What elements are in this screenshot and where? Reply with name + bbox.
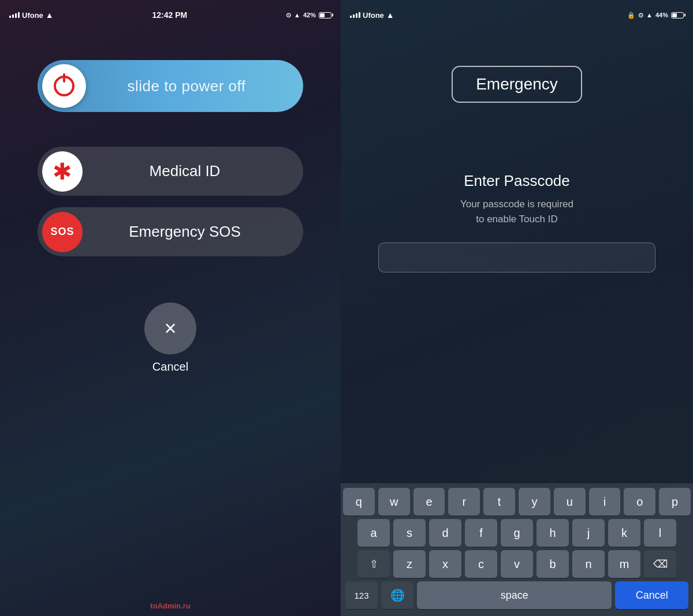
key-j[interactable]: j <box>572 519 605 547</box>
sos-text: SOS <box>50 226 74 238</box>
cancel-keyboard-button[interactable]: Cancel <box>615 581 688 609</box>
status-bar-right: Ufone ▲ 🔒 ⊙ ▲ 44% <box>341 0 693 25</box>
screen-record-icon: ⊙ <box>638 12 643 19</box>
location-icon: ▲ <box>294 12 300 18</box>
key-y[interactable]: y <box>519 488 550 516</box>
passcode-input-field[interactable] <box>378 242 655 272</box>
slider-text: slide to power off <box>86 77 299 95</box>
signal-bar-4 <box>18 12 20 18</box>
key-z[interactable]: z <box>393 550 426 578</box>
time-display: 12:42 PM <box>152 10 188 20</box>
right-panel: Ufone ▲ 🔒 ⊙ ▲ 44% Emergency Enter Passco… <box>341 0 693 616</box>
signal-bar-3 <box>356 13 357 18</box>
right-carrier-name: Ufone <box>363 11 384 20</box>
keyboard: q w e r t y u i o p a s d f g h j k l ⇧ … <box>341 483 693 616</box>
key-o[interactable]: o <box>624 488 655 516</box>
power-icon <box>54 76 74 96</box>
cancel-container: × Cancel <box>144 303 196 374</box>
screen-record-icon: ⊙ <box>286 12 291 19</box>
status-bar-left: Ufone ▲ 12:42 PM ⊙ ▲ 42% <box>0 0 341 25</box>
battery-icon <box>319 12 331 18</box>
passcode-subtitle: Your passcode is requiredto enable Touch… <box>460 197 573 226</box>
emergency-sos-button[interactable]: SOS Emergency SOS <box>38 207 303 256</box>
cancel-button[interactable]: × <box>144 303 196 354</box>
signal-bar-4 <box>359 12 360 18</box>
close-icon: × <box>164 318 176 339</box>
key-g[interactable]: g <box>501 519 533 547</box>
key-a[interactable]: a <box>357 519 390 547</box>
numbers-key[interactable]: 123 <box>345 581 378 609</box>
keyboard-row-1: q w e r t y u i o p <box>343 488 691 516</box>
space-key[interactable]: space <box>417 581 612 609</box>
shift-key[interactable]: ⇧ <box>357 550 390 578</box>
battery-fill <box>320 13 325 17</box>
right-carrier-group: Ufone ▲ <box>350 10 394 20</box>
power-off-slider[interactable]: slide to power off <box>38 60 303 112</box>
signal-bar-3 <box>15 13 17 18</box>
keyboard-row-2: a s d f g h j k l <box>343 519 691 547</box>
carrier-name: Ufone <box>22 11 43 20</box>
sos-circle: SOS <box>42 212 83 252</box>
right-battery-percent: 44% <box>655 12 668 18</box>
globe-key[interactable]: 🌐 <box>381 581 413 609</box>
key-t[interactable]: t <box>483 488 515 516</box>
key-b[interactable]: b <box>536 550 569 578</box>
keyboard-row-4: 123 🌐 space Cancel <box>343 581 691 609</box>
lock-icon: 🔒 <box>627 12 635 19</box>
key-q[interactable]: q <box>343 488 375 516</box>
power-button[interactable] <box>42 64 86 108</box>
medical-asterisk-icon: ✱ <box>53 160 72 183</box>
right-status-icons: 🔒 ⊙ ▲ 44% <box>627 12 684 19</box>
right-status-group: ⊙ ▲ 42% <box>286 12 331 19</box>
signal-icon <box>9 12 20 18</box>
key-l[interactable]: l <box>644 519 676 547</box>
battery-percent: 42% <box>303 12 316 18</box>
key-h[interactable]: h <box>536 519 569 547</box>
keyboard-row-3: ⇧ z x c v b n m ⌫ <box>343 550 691 578</box>
key-i[interactable]: i <box>589 488 621 516</box>
emergency-button[interactable]: Emergency <box>452 66 582 103</box>
right-battery-icon <box>671 12 684 18</box>
watermark: toAdmin.ru <box>150 602 190 610</box>
key-k[interactable]: k <box>608 519 640 547</box>
wifi-icon: ▲ <box>46 10 54 20</box>
left-carrier-group: Ufone ▲ <box>9 10 54 20</box>
medical-id-button[interactable]: ✱ Medical ID <box>38 147 303 196</box>
key-c[interactable]: c <box>465 550 497 578</box>
medical-circle: ✱ <box>42 151 83 192</box>
right-battery-fill <box>672 13 677 17</box>
medical-id-label: Medical ID <box>83 162 299 180</box>
key-e[interactable]: e <box>413 488 445 516</box>
key-r[interactable]: r <box>448 488 480 516</box>
key-f[interactable]: f <box>465 519 497 547</box>
key-x[interactable]: x <box>429 550 461 578</box>
signal-bar-2 <box>353 14 355 18</box>
key-v[interactable]: v <box>501 550 533 578</box>
key-p[interactable]: p <box>659 488 691 516</box>
key-m[interactable]: m <box>608 550 640 578</box>
emergency-sos-label: Emergency SOS <box>83 223 299 241</box>
location-icon: ▲ <box>646 12 653 18</box>
key-u[interactable]: u <box>554 488 586 516</box>
signal-bar-2 <box>12 14 14 18</box>
right-signal-icon <box>350 12 360 18</box>
signal-bar-1 <box>350 16 352 18</box>
right-wifi-icon: ▲ <box>386 10 394 20</box>
signal-bar-1 <box>9 16 11 18</box>
left-panel: Ufone ▲ 12:42 PM ⊙ ▲ 42% slide to power … <box>0 0 341 616</box>
key-n[interactable]: n <box>572 550 605 578</box>
key-d[interactable]: d <box>429 519 461 547</box>
cancel-label: Cancel <box>152 360 188 374</box>
passcode-section: Enter Passcode Your passcode is required… <box>341 172 693 272</box>
key-s[interactable]: s <box>393 519 426 547</box>
key-w[interactable]: w <box>378 488 410 516</box>
backspace-key[interactable]: ⌫ <box>644 550 676 578</box>
enter-passcode-title: Enter Passcode <box>464 172 570 190</box>
